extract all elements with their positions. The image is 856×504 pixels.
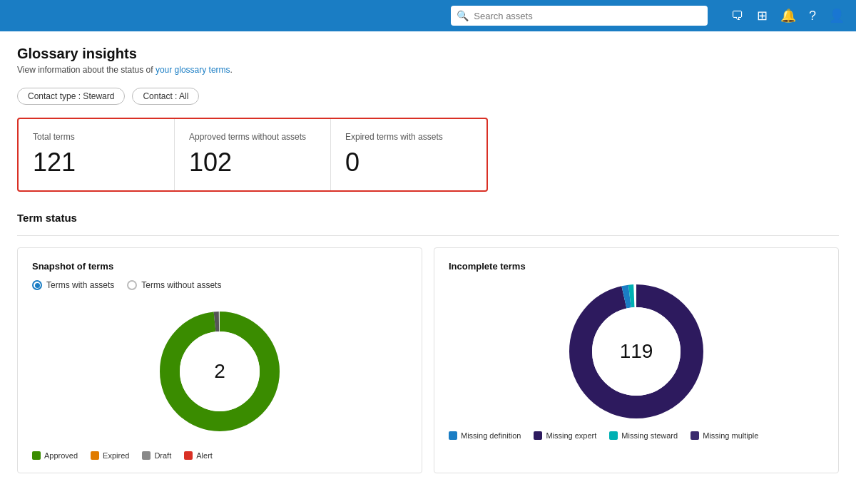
search-input[interactable] bbox=[451, 6, 708, 26]
stat-card-approved-without-assets: Approved terms without assets 102 bbox=[175, 119, 331, 190]
nav-icons: 🗨 ⊞ 🔔 ? 👤 bbox=[731, 8, 845, 24]
legend-alert: Alert bbox=[184, 451, 213, 460]
legend-approved: Approved bbox=[32, 451, 78, 460]
stat-value-approved-without-assets: 102 bbox=[189, 148, 316, 178]
incomplete-panel: Incomplete terms 119 bbox=[434, 247, 839, 473]
stat-label-expired-with-assets: Expired terms with assets bbox=[345, 132, 472, 142]
legend-missing-definition: Missing definition bbox=[449, 431, 521, 440]
incomplete-donut-svg bbox=[565, 280, 708, 423]
incomplete-panel-title: Incomplete terms bbox=[449, 261, 824, 272]
legend-draft: Draft bbox=[142, 451, 171, 460]
radio-circle-unselected bbox=[127, 280, 137, 290]
legend-expired: Expired bbox=[91, 451, 129, 460]
subtitle-link[interactable]: your glossary terms bbox=[156, 65, 230, 75]
legend-box-draft bbox=[142, 451, 151, 460]
svg-point-3 bbox=[180, 331, 260, 411]
legend-box-missing-expert bbox=[534, 431, 542, 440]
search-icon: 🔍 bbox=[457, 10, 469, 21]
legend-label-missing-steward: Missing steward bbox=[621, 431, 678, 440]
page-subtitle: View information about the status of you… bbox=[17, 65, 839, 75]
filter-contact-type[interactable]: Contact type : Steward bbox=[17, 88, 125, 105]
legend-label-missing-expert: Missing expert bbox=[546, 431, 596, 440]
incomplete-donut-wrap: 119 bbox=[449, 280, 824, 423]
snapshot-legend: Approved Expired Draft Alert bbox=[32, 451, 407, 460]
user-icon[interactable]: 👤 bbox=[829, 8, 845, 24]
legend-label-alert: Alert bbox=[196, 451, 213, 460]
search-container: 🔍 bbox=[451, 6, 708, 26]
feedback-icon[interactable]: 🗨 bbox=[731, 9, 744, 24]
bell-icon[interactable]: 🔔 bbox=[780, 8, 796, 24]
section-divider bbox=[17, 235, 839, 236]
radio-terms-without-assets[interactable]: Terms without assets bbox=[127, 280, 221, 290]
radio-label-with-assets: Terms with assets bbox=[46, 280, 114, 290]
help-icon[interactable]: ? bbox=[809, 9, 816, 24]
filter-row: Contact type : Steward Contact : All bbox=[17, 88, 839, 105]
stat-label-total-terms: Total terms bbox=[33, 132, 160, 142]
top-navigation: 🔍 🗨 ⊞ 🔔 ? 👤 bbox=[0, 0, 856, 31]
incomplete-legend: Missing definition Missing expert Missin… bbox=[449, 431, 824, 440]
page-content: Glossary insights View information about… bbox=[0, 31, 856, 488]
legend-box-missing-definition bbox=[449, 431, 457, 440]
filter-contact[interactable]: Contact : All bbox=[132, 88, 199, 105]
legend-missing-steward: Missing steward bbox=[609, 431, 678, 440]
stat-card-expired-with-assets: Expired terms with assets 0 bbox=[331, 119, 486, 190]
legend-box-expired bbox=[91, 451, 99, 460]
radio-row: Terms with assets Terms without assets bbox=[32, 280, 407, 290]
legend-label-expired: Expired bbox=[103, 451, 129, 460]
legend-box-missing-multiple bbox=[691, 431, 699, 440]
legend-missing-expert: Missing expert bbox=[534, 431, 596, 440]
stat-value-expired-with-assets: 0 bbox=[345, 148, 472, 178]
snapshot-donut-wrap: 2 bbox=[32, 300, 407, 443]
grid-icon[interactable]: ⊞ bbox=[757, 8, 768, 24]
stat-value-total-terms: 121 bbox=[33, 148, 160, 178]
legend-missing-multiple: Missing multiple bbox=[691, 431, 758, 440]
stat-cards-wrapper: Total terms 121 Approved terms without a… bbox=[17, 118, 488, 192]
legend-label-missing-multiple: Missing multiple bbox=[703, 431, 758, 440]
radio-dot bbox=[35, 283, 40, 288]
legend-label-missing-definition: Missing definition bbox=[461, 431, 521, 440]
legend-box-approved bbox=[32, 451, 41, 460]
radio-label-without-assets: Terms without assets bbox=[141, 280, 221, 290]
legend-label-draft: Draft bbox=[154, 451, 171, 460]
term-status-title: Term status bbox=[17, 212, 839, 224]
snapshot-panel: Snapshot of terms Terms with assets Term… bbox=[17, 247, 422, 473]
legend-label-approved: Approved bbox=[44, 451, 78, 460]
legend-box-missing-steward bbox=[609, 431, 618, 440]
snapshot-donut-svg bbox=[156, 307, 284, 436]
radio-circle-selected bbox=[32, 280, 42, 290]
snapshot-panel-title: Snapshot of terms bbox=[32, 261, 407, 272]
legend-box-alert bbox=[184, 451, 193, 460]
page-title: Glossary insights bbox=[17, 46, 839, 62]
svg-point-7 bbox=[592, 307, 681, 396]
chart-row: Snapshot of terms Terms with assets Term… bbox=[17, 247, 839, 473]
stat-card-total-terms: Total terms 121 bbox=[19, 119, 175, 190]
stat-label-approved-without-assets: Approved terms without assets bbox=[189, 132, 316, 142]
radio-terms-with-assets[interactable]: Terms with assets bbox=[32, 280, 114, 290]
